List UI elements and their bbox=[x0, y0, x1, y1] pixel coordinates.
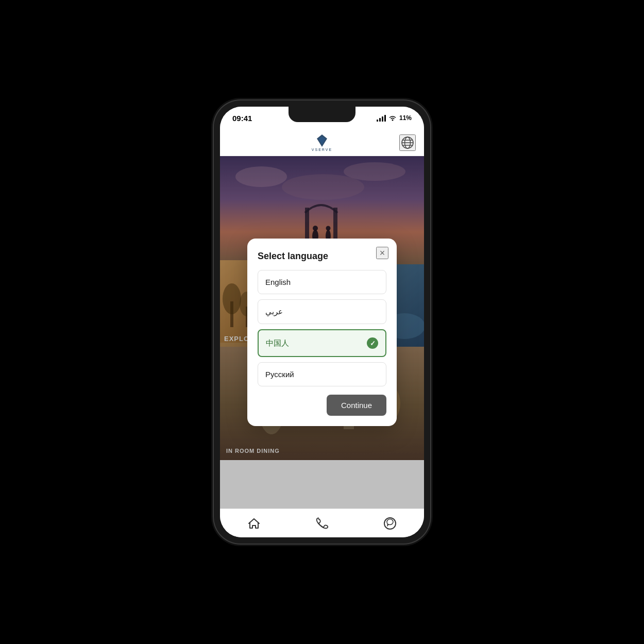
bottom-nav bbox=[220, 509, 424, 537]
logo-icon bbox=[316, 133, 328, 148]
language-option-en[interactable]: English bbox=[258, 270, 386, 294]
svg-point-0 bbox=[392, 120, 393, 121]
modal-title: Select language bbox=[258, 251, 386, 262]
language-option-zh[interactable]: 中国人 bbox=[258, 329, 386, 357]
modal-close-button[interactable]: × bbox=[376, 247, 388, 259]
continue-button[interactable]: Continue bbox=[327, 395, 386, 416]
language-label-ar: عربي bbox=[265, 307, 283, 316]
signal-icon bbox=[377, 114, 386, 122]
home-icon bbox=[247, 517, 261, 530]
selected-checkmark-icon bbox=[367, 337, 378, 349]
content-area: EXPLORE bbox=[220, 156, 424, 509]
svg-point-38 bbox=[384, 518, 396, 529]
modal-overlay: Select language × English عربي 中国人 Ру bbox=[220, 156, 424, 509]
whatsapp-icon bbox=[383, 517, 397, 530]
phone-icon bbox=[315, 517, 329, 530]
language-label-zh: 中国人 bbox=[266, 338, 289, 348]
language-label-ru: Русский bbox=[265, 370, 294, 379]
nav-whatsapp[interactable] bbox=[377, 512, 403, 535]
app-header: VSERVE bbox=[220, 129, 424, 156]
status-bar: 09:41 11% bbox=[220, 107, 424, 129]
phone-frame: 09:41 11% VSERVE bbox=[214, 100, 430, 544]
wifi-icon bbox=[388, 115, 397, 121]
status-time: 09:41 bbox=[232, 114, 252, 123]
language-option-ru[interactable]: Русский bbox=[258, 362, 386, 386]
nav-phone[interactable] bbox=[309, 512, 335, 535]
phone-screen: 09:41 11% VSERVE bbox=[220, 107, 424, 537]
globe-button[interactable] bbox=[399, 134, 416, 151]
status-icons: 11% bbox=[377, 114, 412, 122]
logo-text: VSERVE bbox=[312, 148, 332, 151]
notch bbox=[289, 107, 355, 122]
app-logo: VSERVE bbox=[312, 133, 332, 151]
language-modal: Select language × English عربي 中国人 Ру bbox=[247, 239, 397, 426]
nav-home[interactable] bbox=[241, 512, 267, 535]
globe-icon bbox=[401, 136, 414, 149]
battery-text: 11% bbox=[399, 114, 412, 122]
language-option-ar[interactable]: عربي bbox=[258, 299, 386, 324]
language-label-en: English bbox=[265, 278, 291, 286]
